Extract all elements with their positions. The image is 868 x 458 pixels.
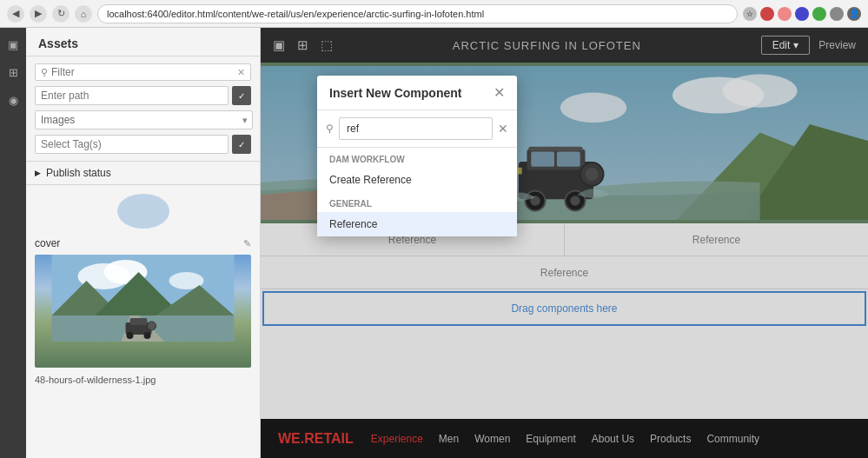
ext-icon-4[interactable]: [812, 7, 826, 21]
modal-search-clear-icon[interactable]: ✕: [498, 122, 508, 136]
editor-title: ARCTIC SURFING IN LOFOTEN: [333, 39, 761, 52]
footer-nav-products[interactable]: Products: [650, 433, 691, 445]
ext-icon-3[interactable]: [795, 7, 809, 21]
footer-nav-equipment[interactable]: Equipment: [526, 433, 575, 445]
svg-point-13: [148, 322, 156, 330]
forward-button[interactable]: ▶: [30, 5, 47, 23]
svg-point-19: [722, 75, 797, 108]
content-grid: Reference Reference Reference Drag compo…: [261, 223, 868, 419]
reference-cell-3: Reference: [261, 256, 868, 289]
footer-nav-men[interactable]: Men: [439, 433, 459, 445]
publish-status-toggle[interactable]: ▶ Publish status: [26, 162, 260, 185]
modal-title: Insert New Component: [329, 86, 461, 100]
svg-point-29: [570, 196, 580, 205]
svg-rect-24: [531, 152, 554, 167]
editor-topbar-right: Edit ▾ Preview: [761, 36, 856, 55]
filter-clear-icon[interactable]: ✕: [237, 67, 245, 78]
publish-status-chevron: ▶: [35, 169, 41, 177]
footer-nav-about-us[interactable]: About Us: [592, 433, 634, 445]
create-reference-item[interactable]: Create Reference: [317, 168, 517, 192]
strip-icon-1[interactable]: ▣: [3, 35, 23, 54]
asset-edit-icon[interactable]: ✎: [243, 238, 251, 249]
svg-rect-10: [130, 318, 148, 325]
asset-filename: 48-hours-of-wilderness-1.jpg: [35, 375, 251, 385]
url-text: localhost:6400/editor.html/content/we-re…: [107, 9, 484, 19]
filter-input[interactable]: [51, 66, 234, 78]
footer-logo-we: WE.: [278, 431, 304, 446]
footer-nav-women[interactable]: Women: [474, 433, 510, 445]
tags-row: ✓: [35, 135, 251, 154]
svg-rect-32: [528, 147, 582, 151]
edit-button[interactable]: Edit ▾: [761, 36, 811, 55]
ext-icon-1[interactable]: [760, 7, 774, 21]
left-strip: ▣ ⊞ ◉: [0, 28, 26, 458]
modal-search-input[interactable]: [339, 117, 493, 140]
sidebar-content: cover ✎: [26, 185, 260, 458]
url-bar[interactable]: localhost:6400/editor.html/content/we-re…: [97, 4, 738, 23]
browser-chrome: ◀ ▶ ↻ ⌂ localhost:6400/editor.html/conte…: [0, 0, 868, 28]
refresh-button[interactable]: ↻: [52, 5, 70, 23]
tags-confirm-button[interactable]: ✓: [232, 135, 251, 154]
svg-point-17: [560, 93, 627, 123]
sidebar-title: Assets: [26, 28, 260, 56]
drag-label: Drag components here: [511, 302, 617, 315]
insert-component-modal[interactable]: Insert New Component ✕ ⚲ ✕ DAM WORKFLOW …: [317, 76, 517, 236]
svg-rect-25: [557, 152, 580, 167]
asset-thumbnail: [35, 255, 251, 368]
back-button[interactable]: ◀: [7, 5, 24, 23]
reference-row-2: Reference: [261, 256, 868, 289]
path-row: ✓: [35, 86, 251, 105]
topbar-icon-columns[interactable]: ▣: [273, 37, 285, 53]
tags-input[interactable]: [35, 135, 229, 154]
general-section-label: GENERAL: [317, 192, 517, 212]
star-icon[interactable]: ☆: [743, 7, 757, 21]
svg-point-31: [585, 168, 598, 181]
svg-point-11: [127, 332, 134, 339]
content-wrapper: ▣ ⊞ ⬚ ARCTIC SURFING IN LOFOTEN Edit ▾ P…: [261, 28, 868, 458]
edit-button-label: Edit: [772, 39, 791, 51]
ext-icon-5[interactable]: [830, 7, 844, 21]
reference-item[interactable]: Reference: [317, 212, 517, 236]
modal-search-icon: ⚲: [326, 123, 334, 135]
topbar-icon-frame[interactable]: ⬚: [321, 37, 333, 53]
images-row: Images ▾: [35, 110, 251, 129]
topbar-icon-settings[interactable]: ⊞: [297, 37, 308, 53]
profile-icon[interactable]: 👤: [847, 7, 861, 21]
path-input[interactable]: [35, 86, 229, 105]
thumbnail-svg: [35, 255, 251, 368]
filter-search-icon: ⚲: [41, 67, 48, 78]
browser-action-icons: ☆ 👤: [743, 7, 861, 21]
footer-nav-community[interactable]: Community: [706, 433, 759, 445]
editor-topbar: ▣ ⊞ ⬚ ARCTIC SURFING IN LOFOTEN Edit ▾ P…: [261, 28, 868, 63]
path-confirm-button[interactable]: ✓: [232, 86, 251, 105]
filter-row: ⚲ ✕: [35, 63, 251, 81]
modal-search-row: ⚲ ✕: [317, 110, 517, 148]
main-layout: ▣ ⊞ ◉ Assets ⚲ ✕ ✓ Images ▾: [0, 28, 868, 458]
svg-point-12: [144, 332, 151, 339]
drag-components-area[interactable]: Drag components here: [262, 291, 866, 326]
dam-workflow-section-label: DAM WORKFLOW: [317, 148, 517, 168]
home-button[interactable]: ⌂: [75, 5, 92, 23]
images-select[interactable]: Images: [35, 110, 253, 129]
ext-icon-2[interactable]: [778, 7, 792, 21]
strip-icon-3[interactable]: ◉: [3, 90, 23, 110]
modal-header: Insert New Component ✕: [317, 76, 517, 110]
strip-icon-2[interactable]: ⊞: [3, 63, 23, 82]
footer-nav-experience[interactable]: Experience: [371, 433, 423, 445]
modal-close-button[interactable]: ✕: [494, 84, 505, 101]
site-footer: WE.RETAIL Experience Men Women Equipment…: [261, 419, 868, 458]
editor-topbar-left: ▣ ⊞ ⬚: [273, 37, 333, 53]
svg-rect-33: [517, 168, 522, 175]
asset-card: cover ✎: [35, 236, 251, 385]
assets-sidebar: Assets ⚲ ✕ ✓ Images ▾ ✓: [26, 28, 261, 458]
edit-dropdown-icon: ▾: [793, 39, 798, 51]
footer-nav: Experience Men Women Equipment About Us …: [371, 433, 759, 445]
publish-status-label: Publish status: [46, 167, 111, 179]
footer-logo-retail: RETAIL: [304, 431, 354, 446]
reference-cell-2: Reference: [565, 223, 868, 256]
asset-name-label: cover: [35, 237, 60, 249]
sidebar-tools: ⚲ ✕ ✓ Images ▾ ✓: [26, 56, 260, 162]
preview-button[interactable]: Preview: [818, 39, 856, 51]
asset-label-row: cover ✎: [35, 236, 251, 251]
footer-logo: WE.RETAIL: [278, 431, 354, 447]
